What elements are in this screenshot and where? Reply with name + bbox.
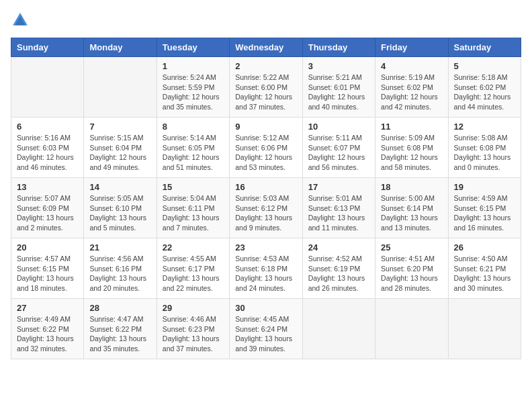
day-number: 12 bbox=[454, 122, 515, 132]
day-detail: Sunrise: 5:16 AM Sunset: 6:03 PM Dayligh… bbox=[17, 133, 78, 173]
calendar-cell: 14Sunrise: 5:05 AM Sunset: 6:10 PM Dayli… bbox=[84, 178, 157, 238]
day-number: 29 bbox=[163, 303, 224, 313]
logo bbox=[11, 11, 32, 30]
weekday-header-row: SundayMondayTuesdayWednesdayThursdayFrid… bbox=[11, 38, 521, 57]
weekday-header-saturday: Saturday bbox=[448, 38, 521, 57]
day-number: 14 bbox=[89, 182, 150, 192]
day-number: 15 bbox=[163, 182, 224, 192]
day-number: 17 bbox=[308, 182, 369, 192]
day-detail: Sunrise: 5:18 AM Sunset: 6:02 PM Dayligh… bbox=[454, 73, 515, 112]
calendar-cell: 19Sunrise: 4:59 AM Sunset: 6:15 PM Dayli… bbox=[448, 178, 521, 238]
calendar-week-4: 20Sunrise: 4:57 AM Sunset: 6:15 PM Dayli… bbox=[11, 238, 521, 299]
calendar-cell: 26Sunrise: 4:50 AM Sunset: 6:21 PM Dayli… bbox=[448, 238, 521, 299]
calendar-cell bbox=[84, 57, 157, 118]
calendar-body: 1Sunrise: 5:24 AM Sunset: 5:59 PM Daylig… bbox=[11, 57, 521, 359]
day-detail: Sunrise: 5:05 AM Sunset: 6:10 PM Dayligh… bbox=[89, 193, 150, 233]
calendar-week-1: 1Sunrise: 5:24 AM Sunset: 5:59 PM Daylig… bbox=[11, 57, 521, 118]
day-number: 16 bbox=[235, 182, 296, 192]
day-detail: Sunrise: 4:55 AM Sunset: 6:17 PM Dayligh… bbox=[163, 254, 224, 293]
calendar-cell: 10Sunrise: 5:11 AM Sunset: 6:07 PM Dayli… bbox=[302, 118, 375, 178]
day-detail: Sunrise: 5:15 AM Sunset: 6:04 PM Dayligh… bbox=[89, 133, 150, 173]
day-number: 28 bbox=[89, 303, 150, 313]
day-number: 8 bbox=[163, 122, 224, 132]
day-detail: Sunrise: 5:04 AM Sunset: 6:11 PM Dayligh… bbox=[163, 193, 224, 233]
day-number: 9 bbox=[235, 122, 296, 132]
weekday-header-friday: Friday bbox=[375, 38, 448, 57]
calendar-cell bbox=[11, 57, 84, 118]
calendar-cell: 4Sunrise: 5:19 AM Sunset: 6:02 PM Daylig… bbox=[375, 57, 448, 118]
calendar-cell: 16Sunrise: 5:03 AM Sunset: 6:12 PM Dayli… bbox=[230, 178, 302, 238]
day-detail: Sunrise: 5:07 AM Sunset: 6:09 PM Dayligh… bbox=[17, 193, 78, 233]
day-detail: Sunrise: 5:03 AM Sunset: 6:12 PM Dayligh… bbox=[235, 193, 296, 233]
calendar-cell: 6Sunrise: 5:16 AM Sunset: 6:03 PM Daylig… bbox=[11, 118, 84, 178]
day-number: 21 bbox=[89, 242, 150, 253]
day-detail: Sunrise: 5:22 AM Sunset: 6:00 PM Dayligh… bbox=[235, 73, 296, 112]
calendar-week-2: 6Sunrise: 5:16 AM Sunset: 6:03 PM Daylig… bbox=[11, 118, 521, 178]
day-number: 18 bbox=[381, 182, 442, 192]
day-detail: Sunrise: 5:09 AM Sunset: 6:08 PM Dayligh… bbox=[381, 133, 442, 173]
calendar-cell: 7Sunrise: 5:15 AM Sunset: 6:04 PM Daylig… bbox=[84, 118, 157, 178]
calendar-cell: 23Sunrise: 4:53 AM Sunset: 6:18 PM Dayli… bbox=[230, 238, 302, 299]
calendar-table: SundayMondayTuesdayWednesdayThursdayFrid… bbox=[11, 38, 521, 359]
day-detail: Sunrise: 4:46 AM Sunset: 6:23 PM Dayligh… bbox=[163, 314, 224, 354]
weekday-header-thursday: Thursday bbox=[302, 38, 375, 57]
day-number: 10 bbox=[308, 122, 369, 132]
day-number: 1 bbox=[163, 61, 224, 71]
day-detail: Sunrise: 5:00 AM Sunset: 6:14 PM Dayligh… bbox=[381, 193, 442, 233]
calendar-cell: 9Sunrise: 5:12 AM Sunset: 6:06 PM Daylig… bbox=[230, 118, 302, 178]
day-number: 11 bbox=[381, 122, 442, 132]
day-detail: Sunrise: 5:14 AM Sunset: 6:05 PM Dayligh… bbox=[163, 133, 224, 173]
day-number: 5 bbox=[454, 61, 515, 71]
day-detail: Sunrise: 4:47 AM Sunset: 6:22 PM Dayligh… bbox=[89, 314, 150, 354]
logo-icon bbox=[11, 11, 30, 30]
calendar-cell: 17Sunrise: 5:01 AM Sunset: 6:13 PM Dayli… bbox=[302, 178, 375, 238]
calendar-week-3: 13Sunrise: 5:07 AM Sunset: 6:09 PM Dayli… bbox=[11, 178, 521, 238]
day-detail: Sunrise: 4:49 AM Sunset: 6:22 PM Dayligh… bbox=[17, 314, 78, 354]
calendar-cell bbox=[375, 299, 448, 359]
day-detail: Sunrise: 5:11 AM Sunset: 6:07 PM Dayligh… bbox=[308, 133, 369, 173]
day-number: 20 bbox=[17, 242, 78, 253]
calendar-cell: 20Sunrise: 4:57 AM Sunset: 6:15 PM Dayli… bbox=[11, 238, 84, 299]
day-number: 25 bbox=[381, 242, 442, 253]
day-detail: Sunrise: 4:52 AM Sunset: 6:19 PM Dayligh… bbox=[308, 254, 369, 293]
calendar-cell: 22Sunrise: 4:55 AM Sunset: 6:17 PM Dayli… bbox=[157, 238, 229, 299]
page-header bbox=[11, 11, 521, 30]
calendar-cell: 21Sunrise: 4:56 AM Sunset: 6:16 PM Dayli… bbox=[84, 238, 157, 299]
day-number: 24 bbox=[308, 242, 369, 253]
calendar-cell: 8Sunrise: 5:14 AM Sunset: 6:05 PM Daylig… bbox=[157, 118, 229, 178]
day-detail: Sunrise: 5:12 AM Sunset: 6:06 PM Dayligh… bbox=[235, 133, 296, 173]
day-detail: Sunrise: 4:57 AM Sunset: 6:15 PM Dayligh… bbox=[17, 254, 78, 293]
calendar-cell: 1Sunrise: 5:24 AM Sunset: 5:59 PM Daylig… bbox=[157, 57, 229, 118]
calendar-cell: 30Sunrise: 4:45 AM Sunset: 6:24 PM Dayli… bbox=[230, 299, 302, 359]
day-number: 4 bbox=[381, 61, 442, 71]
day-number: 3 bbox=[308, 61, 369, 71]
day-number: 26 bbox=[454, 242, 515, 253]
day-number: 27 bbox=[17, 303, 78, 313]
day-number: 2 bbox=[235, 61, 296, 71]
calendar-cell: 27Sunrise: 4:49 AM Sunset: 6:22 PM Dayli… bbox=[11, 299, 84, 359]
calendar-cell: 3Sunrise: 5:21 AM Sunset: 6:01 PM Daylig… bbox=[302, 57, 375, 118]
calendar-week-5: 27Sunrise: 4:49 AM Sunset: 6:22 PM Dayli… bbox=[11, 299, 521, 359]
day-detail: Sunrise: 4:59 AM Sunset: 6:15 PM Dayligh… bbox=[454, 193, 515, 233]
weekday-header-wednesday: Wednesday bbox=[230, 38, 302, 57]
calendar-cell: 25Sunrise: 4:51 AM Sunset: 6:20 PM Dayli… bbox=[375, 238, 448, 299]
calendar-cell: 12Sunrise: 5:08 AM Sunset: 6:08 PM Dayli… bbox=[448, 118, 521, 178]
weekday-header-sunday: Sunday bbox=[11, 38, 84, 57]
day-detail: Sunrise: 4:56 AM Sunset: 6:16 PM Dayligh… bbox=[89, 254, 150, 293]
weekday-header-tuesday: Tuesday bbox=[157, 38, 229, 57]
calendar-cell: 5Sunrise: 5:18 AM Sunset: 6:02 PM Daylig… bbox=[448, 57, 521, 118]
day-detail: Sunrise: 4:45 AM Sunset: 6:24 PM Dayligh… bbox=[235, 314, 296, 354]
weekday-header-monday: Monday bbox=[84, 38, 157, 57]
day-detail: Sunrise: 5:08 AM Sunset: 6:08 PM Dayligh… bbox=[454, 133, 515, 173]
day-detail: Sunrise: 5:21 AM Sunset: 6:01 PM Dayligh… bbox=[308, 73, 369, 112]
calendar-cell: 15Sunrise: 5:04 AM Sunset: 6:11 PM Dayli… bbox=[157, 178, 229, 238]
calendar-cell bbox=[448, 299, 521, 359]
calendar-cell: 28Sunrise: 4:47 AM Sunset: 6:22 PM Dayli… bbox=[84, 299, 157, 359]
day-detail: Sunrise: 4:53 AM Sunset: 6:18 PM Dayligh… bbox=[235, 254, 296, 293]
day-number: 22 bbox=[163, 242, 224, 253]
calendar-cell: 13Sunrise: 5:07 AM Sunset: 6:09 PM Dayli… bbox=[11, 178, 84, 238]
calendar-cell: 29Sunrise: 4:46 AM Sunset: 6:23 PM Dayli… bbox=[157, 299, 229, 359]
day-detail: Sunrise: 4:51 AM Sunset: 6:20 PM Dayligh… bbox=[381, 254, 442, 293]
calendar-cell bbox=[302, 299, 375, 359]
day-detail: Sunrise: 5:24 AM Sunset: 5:59 PM Dayligh… bbox=[163, 73, 224, 112]
